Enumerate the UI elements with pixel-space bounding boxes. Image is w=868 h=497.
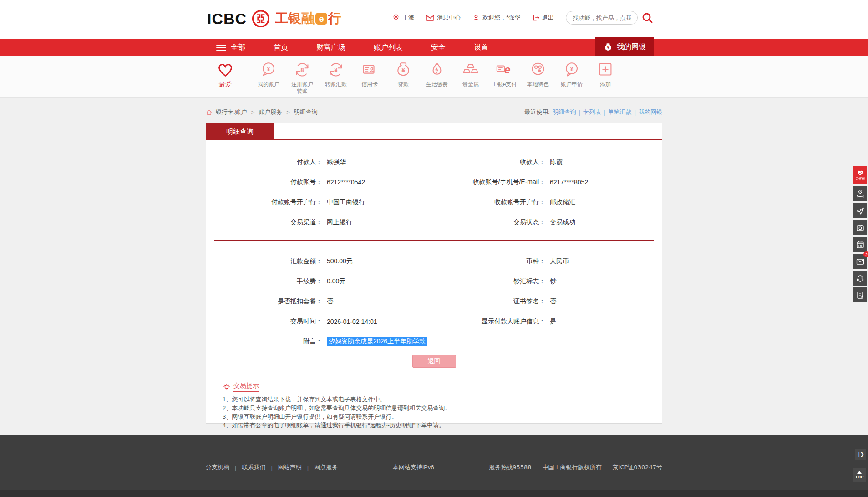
drop-bolt-icon <box>427 60 447 79</box>
quicklink-favorites[interactable]: 最爱 <box>210 60 240 88</box>
recently-used-label: 最近使用: <box>524 108 550 116</box>
nav-item-security[interactable]: 安全 <box>431 43 446 52</box>
calendar-yen-button[interactable]: ¥ <box>853 237 867 252</box>
payee-account-value: 6217****8052 <box>545 179 662 186</box>
field-row: 是否抵扣套餐： 否 证书签名： 否 <box>206 292 662 312</box>
memo-label: 附言： <box>206 338 322 346</box>
nav-label: 全部 <box>231 43 245 52</box>
amount-value: 500.00元 <box>322 257 459 266</box>
customer-service-button[interactable] <box>853 271 867 286</box>
tip-item: 3、网银互联账户明细由开户银行提供，如有疑问请联系开户银行。 <box>223 413 645 420</box>
footer-link-statement[interactable]: 网站声明 <box>278 463 302 471</box>
search-input[interactable] <box>566 11 638 25</box>
mail-button[interactable]: 2 <box>853 254 867 269</box>
recent-link-single-remit[interactable]: 单笔汇款 <box>608 108 632 116</box>
payer-label: 付款人： <box>206 158 322 166</box>
cert-sign-label: 证书签名： <box>459 297 545 306</box>
quicklink-precious-metals[interactable]: 贵金属 <box>456 60 486 88</box>
logo-cn-left: 工银融 <box>275 10 315 28</box>
back-button[interactable]: 返回 <box>412 355 456 368</box>
cash-remit-value: 钞 <box>545 277 662 286</box>
footer-legal: 服务热线95588 中国工商银行版权所有 京ICP证030247号 <box>489 463 662 471</box>
nav-label: 安全 <box>431 43 446 52</box>
recent-link-detail-query[interactable]: 明细查询 <box>553 108 576 116</box>
envelope-icon <box>426 15 434 21</box>
payee-value: 陈霞 <box>545 158 662 166</box>
time-value: 2026-01-02 14:01 <box>322 318 459 325</box>
quicklink-transfer-remit[interactable]: ¥ 转账汇款 <box>321 60 351 88</box>
nav-item-accounts[interactable]: 账户列表 <box>374 43 403 52</box>
nav-item-all[interactable]: 全部 <box>216 43 245 53</box>
location-pin-icon <box>392 14 400 21</box>
footer-bottom-strip <box>0 490 868 497</box>
paper-plane-icon <box>856 206 865 215</box>
nav-item-wealth[interactable]: 财富广场 <box>316 43 345 52</box>
amount-label: 汇款金额： <box>206 257 322 266</box>
footer-link-branches[interactable]: 分支机构 <box>206 463 229 471</box>
search-area <box>566 11 653 25</box>
message-center-link[interactable]: 消息中心 <box>426 14 461 22</box>
quicklink-label: 账户申请 <box>559 81 584 88</box>
quicklink-registered-transfer[interactable]: 8 注册账户转账 <box>287 60 317 95</box>
nav-label: 设置 <box>474 43 488 52</box>
tip-item: 1、您可以将查询结果下载，并保存到文本或电子表格文件中。 <box>223 396 645 403</box>
svg-text:¥: ¥ <box>570 65 574 72</box>
sidebar-expand-button[interactable]: ∣❯ <box>855 449 866 460</box>
payer-account-label: 付款账号： <box>206 178 322 186</box>
quicklink-account-application[interactable]: ¥ 账户申请 <box>557 60 587 88</box>
welcome-user[interactable]: 欢迎您，*强华 <box>472 14 520 22</box>
care-version-button[interactable]: 关怀版 <box>853 166 867 184</box>
payer-bank-label: 付款账号开户行： <box>206 198 322 206</box>
hand-heart-button[interactable] <box>853 186 867 201</box>
svg-text:8: 8 <box>300 67 304 73</box>
channel-label: 交易渠道： <box>206 218 322 226</box>
nav-item-home[interactable]: 首页 <box>274 43 288 52</box>
field-row: 手续费： 0.00元 钞汇标志： 钞 <box>206 272 662 292</box>
camera-button[interactable] <box>853 220 867 235</box>
breadcrumb-item[interactable]: 账户服务 <box>259 108 282 116</box>
home-icon[interactable] <box>206 109 213 116</box>
nav-label: 账户列表 <box>374 43 403 52</box>
logout-button[interactable]: 退出 <box>532 14 554 22</box>
fee-value: 0.00元 <box>322 277 459 286</box>
search-icon[interactable] <box>641 12 653 24</box>
lightbulb-icon <box>223 383 231 391</box>
quicklink-label: 注册账户转账 <box>289 81 315 95</box>
my-ebank-label: 我的网银 <box>617 42 646 52</box>
show-payer-info-value: 是 <box>545 318 662 326</box>
nav-item-settings[interactable]: 设置 <box>474 43 488 52</box>
document-pencil-icon <box>856 291 865 300</box>
quicklink-icbc-epay[interactable]: e 工银e支付 <box>489 60 519 88</box>
svg-text:¥: ¥ <box>334 67 338 73</box>
fee-label: 手续费： <box>206 277 322 286</box>
footer-icp: 京ICP证030247号 <box>613 463 662 471</box>
tips-list: 1、您可以将查询结果下载，并保存到文本或电子表格文件中。 2、本功能只支持查询账… <box>223 396 645 429</box>
footer-hotline: 服务热线95588 <box>489 463 531 471</box>
field-row: 付款人： 臧强华 收款人： 陈霞 <box>206 152 662 172</box>
breadcrumb-item[interactable]: 银行卡.账户 <box>216 108 247 116</box>
footer: 分支机构| 联系我们| 网站声明| 网点服务 本网站支持IPv6 服务热线955… <box>0 435 868 497</box>
tab-detail-query[interactable]: 明细查询 <box>206 123 274 140</box>
quicklink-local-features[interactable]: 本地特色 <box>523 60 553 88</box>
footer-link-contact[interactable]: 联系我们 <box>242 463 265 471</box>
footer-link-outlets[interactable]: 网点服务 <box>314 463 338 471</box>
quicklink-add[interactable]: 添加 <box>590 60 620 88</box>
dots-circle-icon <box>528 60 548 79</box>
recent-link-my-ebank[interactable]: 我的网银 <box>639 108 662 116</box>
tip-item: 4、如需带有公章的电子明细账单，请通过我行手机银行“远程办-历史明细”下单申请。 <box>223 422 645 429</box>
recent-link-card-list[interactable]: 卡列表 <box>583 108 601 116</box>
quicklink-credit-card[interactable]: 信用卡 <box>355 60 385 88</box>
payee-bank-label: 收款账号开户行： <box>459 198 545 206</box>
my-ebank-ribbon[interactable]: ¥ 我的网银 <box>595 37 654 57</box>
location-selector[interactable]: 上海 <box>392 14 414 22</box>
quicklink-loans[interactable]: ¥ 贷款 <box>388 60 418 88</box>
quicklink-my-accounts[interactable]: ¥ 我的账户 <box>254 60 284 88</box>
paper-plane-button[interactable] <box>853 203 867 218</box>
breadcrumb-separator: > <box>251 109 255 116</box>
scroll-to-top-button[interactable]: TOP <box>853 468 866 482</box>
icbc-logo: ICBC 工银融 e 行 <box>207 9 341 28</box>
feedback-button[interactable] <box>853 287 867 302</box>
quicklink-utility-payment[interactable]: 生活缴费 <box>422 60 452 88</box>
svg-text:e: e <box>504 63 511 76</box>
field-row: 交易时间： 2026-01-02 14:01 显示付款人账户信息： 是 <box>206 312 662 332</box>
